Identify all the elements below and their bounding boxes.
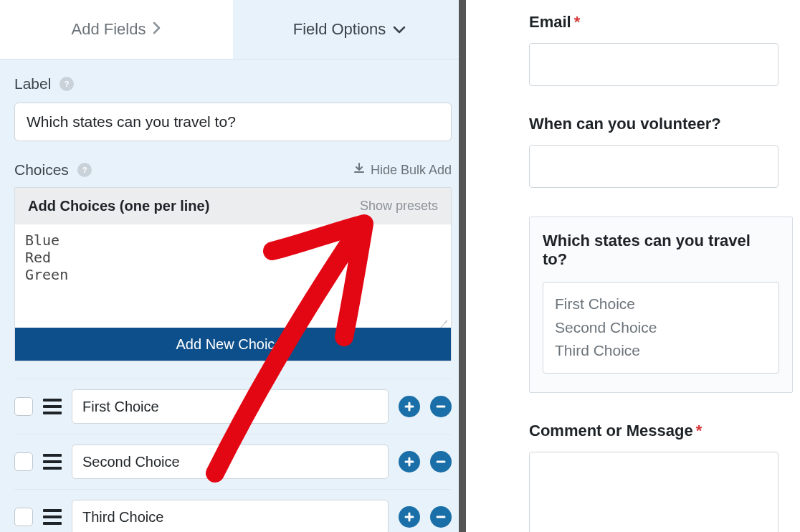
volunteer-field[interactable] — [529, 145, 778, 188]
tab-field-options-label: Field Options — [293, 20, 386, 39]
required-indicator: * — [696, 422, 703, 440]
add-new-choices-button[interactable]: Add New Choices — [15, 328, 451, 361]
comment-field[interactable] — [529, 452, 778, 532]
label-input[interactable] — [14, 103, 452, 141]
hide-bulk-add-label: Hide Bulk Add — [371, 163, 452, 178]
show-presets-link[interactable]: Show presets — [360, 199, 438, 214]
choice-row — [14, 379, 452, 434]
remove-choice-button[interactable] — [430, 506, 452, 528]
states-select[interactable]: First Choice Second Choice Third Choice — [543, 282, 779, 374]
choice-input[interactable] — [72, 445, 389, 479]
panel-divider[interactable] — [459, 0, 466, 532]
choice-checkbox[interactable] — [14, 397, 33, 416]
add-new-choices-label: Add New Choices — [176, 336, 290, 353]
drag-handle-icon[interactable] — [43, 399, 62, 414]
states-label: Which states can you travel to? — [543, 232, 779, 269]
chevron-down-icon — [393, 20, 406, 39]
email-label: Email* — [529, 13, 800, 32]
choice-input[interactable] — [72, 389, 389, 424]
option-text: Second Choice — [555, 316, 767, 340]
svg-text:?: ? — [82, 166, 87, 174]
add-choice-button[interactable] — [399, 451, 420, 472]
drag-handle-icon[interactable] — [43, 454, 62, 470]
remove-choice-button[interactable] — [430, 451, 452, 472]
tab-add-fields-label: Add Fields — [72, 20, 146, 39]
email-field[interactable] — [529, 43, 778, 86]
chevron-right-icon — [153, 20, 161, 39]
help-icon[interactable]: ? — [59, 77, 74, 91]
volunteer-label: When can you volunteer? — [529, 115, 800, 133]
svg-text:?: ? — [65, 80, 70, 88]
tab-field-options[interactable]: Field Options — [233, 0, 466, 59]
required-indicator: * — [574, 13, 581, 31]
comment-label: Comment or Message* — [529, 422, 800, 440]
download-icon — [353, 163, 365, 178]
drag-handle-icon[interactable] — [43, 509, 62, 525]
selected-field-preview[interactable]: Which states can you travel to? First Ch… — [529, 217, 793, 393]
add-choice-button[interactable] — [399, 396, 420, 417]
bulk-add-title: Add Choices (one per line) — [28, 198, 209, 214]
add-choice-button[interactable] — [399, 506, 420, 528]
choice-checkbox[interactable] — [14, 452, 33, 471]
tab-add-fields[interactable]: Add Fields — [0, 0, 233, 59]
bulk-choices-textarea[interactable] — [15, 224, 451, 325]
option-text: First Choice — [555, 293, 767, 316]
choice-input[interactable] — [72, 500, 389, 532]
hide-bulk-add-link[interactable]: Hide Bulk Add — [353, 163, 452, 178]
remove-choice-button[interactable] — [430, 396, 452, 417]
resize-handle-icon[interactable] — [438, 315, 448, 325]
help-icon[interactable]: ? — [77, 163, 92, 177]
label-heading: Label — [14, 75, 51, 92]
choice-row — [14, 490, 452, 532]
choice-row — [14, 434, 452, 490]
choice-checkbox[interactable] — [14, 508, 33, 526]
bulk-add-box: Add Choices (one per line) Show presets … — [14, 187, 452, 361]
choices-heading: Choices — [14, 161, 69, 179]
option-text: Third Choice — [555, 339, 767, 363]
